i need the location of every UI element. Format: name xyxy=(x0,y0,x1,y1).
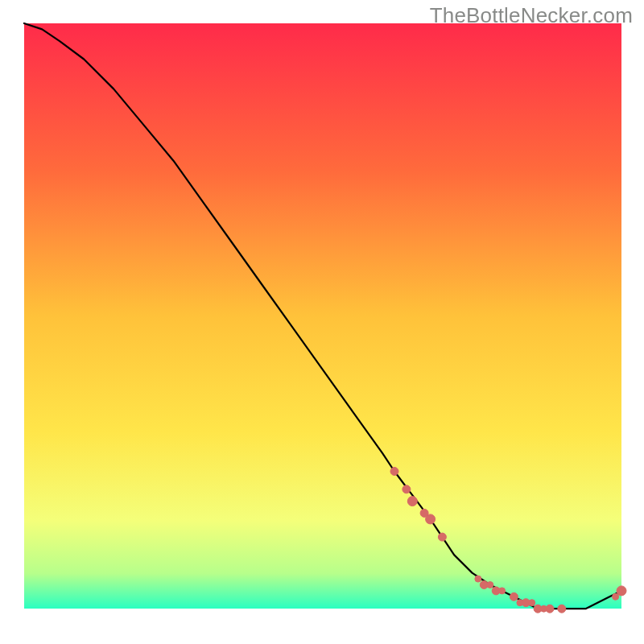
curve-marker xyxy=(558,605,566,613)
curve-marker xyxy=(475,576,481,582)
curve-marker xyxy=(426,514,436,524)
plot-background xyxy=(24,23,621,609)
curve-marker xyxy=(407,497,417,506)
curve-marker xyxy=(546,605,554,613)
curve-marker xyxy=(510,592,518,601)
curve-marker xyxy=(487,582,493,588)
curve-marker xyxy=(390,468,398,476)
watermark-label: TheBottleNecker.com xyxy=(430,3,633,28)
curve-marker xyxy=(499,588,506,594)
chart-svg xyxy=(0,0,644,644)
curve-marker xyxy=(529,600,535,606)
curve-marker xyxy=(402,485,411,493)
chart-container: TheBottleNecker.com xyxy=(0,0,644,644)
curve-marker xyxy=(613,593,619,600)
curve-marker xyxy=(617,586,626,596)
curve-marker xyxy=(438,533,446,541)
